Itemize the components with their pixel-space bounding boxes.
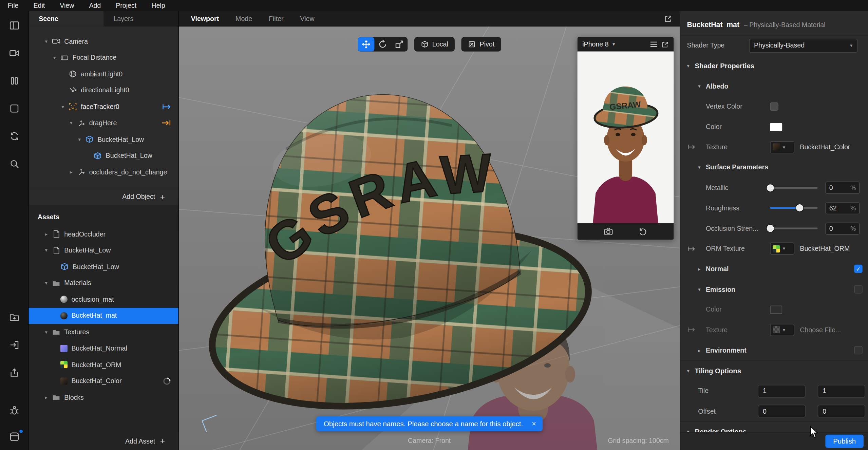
orm-texture-select[interactable]: ▾ — [770, 243, 794, 255]
patch-arrow-icon[interactable] — [687, 327, 696, 333]
import-button[interactable] — [7, 338, 21, 352]
add-asset-button[interactable]: Add Asset + — [29, 432, 178, 450]
caret-down-icon[interactable]: ▾ — [43, 248, 49, 253]
scene-item-buckethat-low-mesh[interactable]: BucketHat_Low — [29, 148, 178, 164]
albedo-color-swatch[interactable] — [770, 123, 782, 131]
section-surface-parameters[interactable]: ▾ Surface Parameters — [680, 157, 868, 178]
caret-down-icon[interactable]: ▾ — [52, 55, 58, 60]
camera-view-button[interactable] — [7, 46, 21, 60]
caret-down-icon[interactable]: ▾ — [60, 104, 66, 109]
export-button[interactable] — [7, 366, 21, 379]
section-environment[interactable]: ▸ Environment — [680, 340, 868, 360]
asset-occlusion-mat[interactable]: occlusion_mat — [29, 291, 178, 307]
slider-knob[interactable] — [796, 205, 803, 212]
move-tool-button[interactable] — [358, 37, 374, 51]
tab-scene[interactable]: Scene — [29, 11, 103, 27]
camera-flip-button[interactable] — [603, 226, 613, 236]
occlusion-slider[interactable] — [770, 228, 817, 229]
caret-right-icon[interactable]: ▸ — [68, 169, 74, 175]
menu-view[interactable]: View — [60, 2, 74, 10]
reset-rotation-button[interactable] — [638, 226, 647, 236]
asset-head-occluder[interactable]: ▸ headOccluder — [29, 226, 178, 242]
asset-buckethat-low[interactable]: ▾ BucketHat_Low — [29, 242, 178, 259]
asset-buckethat-normal[interactable]: BucketHat_Normal — [29, 340, 178, 356]
scene-item-directional-light[interactable]: directionalLight0 — [29, 82, 178, 98]
offset-x-input[interactable] — [758, 405, 805, 418]
inspector-scroll-area[interactable]: BucketHat_mat – Physically-Based Materia… — [680, 11, 868, 432]
pivot-button[interactable]: Pivot — [461, 37, 501, 51]
slider-knob[interactable] — [767, 225, 774, 232]
metallic-slider[interactable] — [770, 187, 817, 189]
scene-item-drag-here[interactable]: ▾ dragHere — [29, 115, 178, 131]
popout-viewport-button[interactable] — [664, 15, 672, 23]
patch-arrow-icon[interactable] — [687, 144, 696, 150]
publish-button[interactable]: Publish — [825, 435, 864, 448]
asset-folder-blocks[interactable]: ▸ Blocks — [29, 389, 178, 406]
section-albedo[interactable]: ▾ Albedo — [680, 76, 868, 96]
section-normal[interactable]: ▸ Normal ✓ — [680, 259, 868, 279]
section-emission[interactable]: ▾ Emission — [680, 279, 868, 300]
slider-knob[interactable] — [767, 184, 774, 191]
notifications-button[interactable] — [7, 430, 21, 444]
simulator-popout-button[interactable] — [662, 41, 669, 48]
asset-buckethat-orm[interactable]: BucketHat_ORM — [29, 357, 178, 373]
tab-mode[interactable]: Mode — [235, 15, 252, 23]
roughness-value-input[interactable]: 62 % — [825, 202, 860, 214]
scene-item-occluders[interactable]: ▸ occluders_do_not_change — [29, 164, 178, 180]
tab-layers[interactable]: Layers — [103, 11, 178, 27]
patch-editor-button[interactable] — [7, 74, 21, 88]
occlusion-value-input[interactable]: 0 % — [825, 222, 860, 235]
scene-item-face-tracker[interactable]: ▾ faceTracker0 — [29, 98, 178, 115]
patch-input-icon[interactable] — [162, 120, 171, 127]
section-tiling-options[interactable]: ▾ Tiling Options — [680, 360, 868, 381]
menu-edit[interactable]: Edit — [33, 2, 45, 10]
scene-item-focal-distance[interactable]: ▾ Focal Distance — [29, 50, 178, 66]
scale-tool-button[interactable] — [391, 37, 407, 51]
caret-down-icon[interactable]: ▾ — [43, 329, 49, 335]
caret-down-icon[interactable]: ▾ — [43, 39, 49, 44]
test-device-button[interactable] — [7, 404, 21, 417]
tab-view[interactable]: View — [300, 15, 314, 23]
search-button[interactable] — [7, 157, 21, 170]
scene-item-camera[interactable]: ▾ Camera — [29, 33, 178, 50]
section-render-options[interactable]: ▾ Render Options — [680, 421, 868, 432]
normal-checkbox[interactable]: ✓ — [854, 265, 862, 273]
rotate-tool-button[interactable] — [374, 37, 391, 51]
albedo-texture-select[interactable]: ▾ — [770, 141, 794, 153]
caret-down-icon[interactable]: ▾ — [76, 137, 82, 142]
roughness-slider[interactable] — [770, 207, 817, 209]
patch-output-icon[interactable] — [162, 104, 171, 110]
emission-texture-select[interactable]: ▾ — [770, 324, 794, 336]
emission-checkbox[interactable] — [854, 285, 862, 293]
offset-y-input[interactable] — [818, 405, 865, 418]
asset-folder-materials[interactable]: ▾ Materials — [29, 275, 178, 291]
tile-y-input[interactable] — [818, 385, 865, 397]
asset-buckethat-mat-selected[interactable]: BucketHat_mat — [29, 307, 178, 324]
tab-filter[interactable]: Filter — [269, 15, 284, 23]
add-object-button[interactable]: Add Object + — [29, 188, 178, 205]
toast-close-button[interactable]: × — [532, 420, 536, 428]
simulator-device-select[interactable]: iPhone 8 — [582, 40, 608, 48]
tile-x-input[interactable] — [758, 385, 805, 397]
simulator-menu-button[interactable] — [650, 41, 658, 48]
scene-item-buckethat-low[interactable]: ▾ BucketHat_Low — [29, 131, 178, 148]
patch-arrow-icon[interactable] — [687, 246, 696, 252]
caret-down-icon[interactable]: ▾ — [43, 280, 49, 286]
shader-type-select[interactable]: Physically-Based ▾ — [749, 39, 857, 53]
vertex-color-checkbox[interactable] — [770, 102, 778, 111]
asset-buckethat-low-mesh[interactable]: BucketHat_Low — [29, 259, 178, 275]
emission-color-swatch[interactable] — [770, 305, 782, 314]
asset-buckethat-color[interactable]: BucketHat_Color — [29, 373, 178, 389]
shapes-button[interactable] — [7, 102, 21, 115]
tab-viewport[interactable]: Viewport — [191, 15, 219, 23]
scene-item-ambient-light[interactable]: ambientLight0 — [29, 66, 178, 82]
menu-help[interactable]: Help — [151, 2, 165, 10]
asset-folder-textures[interactable]: ▾ Textures — [29, 324, 178, 340]
caret-right-icon[interactable]: ▸ — [43, 395, 49, 400]
new-project-button[interactable] — [7, 311, 21, 324]
section-shader-properties[interactable]: ▾ Shader Properties — [680, 56, 868, 76]
caret-down-icon[interactable]: ▾ — [68, 120, 74, 126]
sync-button[interactable] — [7, 130, 21, 143]
menu-add[interactable]: Add — [89, 2, 101, 10]
menu-project[interactable]: Project — [116, 2, 136, 10]
